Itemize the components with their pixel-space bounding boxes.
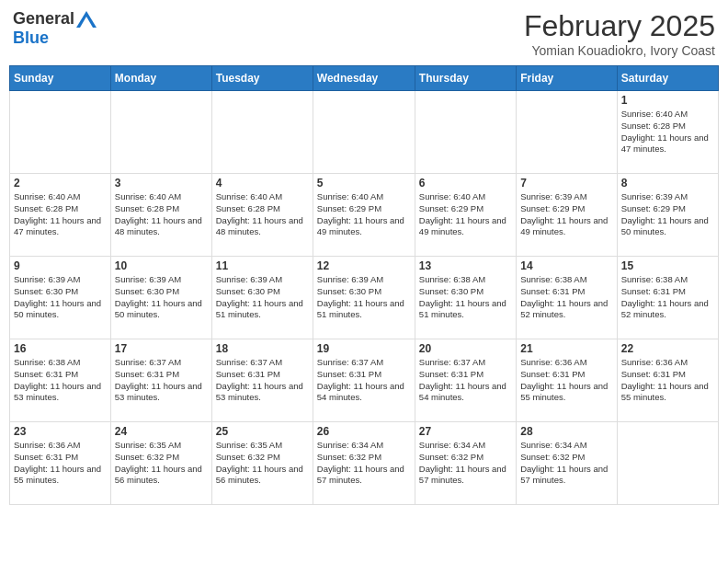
day-info: Sunrise: 6:39 AM Sunset: 6:30 PM Dayligh… bbox=[216, 274, 309, 321]
day-info: Sunrise: 6:37 AM Sunset: 6:31 PM Dayligh… bbox=[115, 357, 208, 404]
day-cell: 6Sunrise: 6:40 AM Sunset: 6:29 PM Daylig… bbox=[415, 174, 516, 257]
day-cell: 4Sunrise: 6:40 AM Sunset: 6:28 PM Daylig… bbox=[211, 174, 313, 257]
weekday-header-wednesday: Wednesday bbox=[313, 66, 415, 91]
weekday-header-friday: Friday bbox=[517, 66, 617, 91]
day-info: Sunrise: 6:38 AM Sunset: 6:31 PM Dayligh… bbox=[621, 274, 714, 321]
logo: General Blue bbox=[13, 9, 97, 48]
weekday-header-saturday: Saturday bbox=[617, 66, 718, 91]
week-row-2: 2Sunrise: 6:40 AM Sunset: 6:28 PM Daylig… bbox=[10, 174, 719, 257]
logo-general-text: General bbox=[13, 9, 74, 29]
day-number: 23 bbox=[14, 425, 107, 438]
day-number: 4 bbox=[216, 177, 309, 190]
day-info: Sunrise: 6:35 AM Sunset: 6:32 PM Dayligh… bbox=[115, 440, 208, 487]
day-info: Sunrise: 6:40 AM Sunset: 6:28 PM Dayligh… bbox=[216, 191, 309, 238]
day-info: Sunrise: 6:40 AM Sunset: 6:28 PM Dayligh… bbox=[621, 109, 714, 155]
logo-icon bbox=[76, 11, 97, 28]
day-info: Sunrise: 6:37 AM Sunset: 6:31 PM Dayligh… bbox=[216, 357, 309, 404]
day-cell: 15Sunrise: 6:38 AM Sunset: 6:31 PM Dayli… bbox=[617, 257, 718, 339]
day-number: 24 bbox=[115, 425, 208, 438]
day-number: 1 bbox=[621, 94, 714, 107]
day-cell bbox=[313, 91, 415, 174]
day-info: Sunrise: 6:39 AM Sunset: 6:30 PM Dayligh… bbox=[14, 274, 107, 321]
day-number: 3 bbox=[115, 177, 208, 190]
day-cell: 8Sunrise: 6:39 AM Sunset: 6:29 PM Daylig… bbox=[617, 174, 718, 257]
day-cell: 21Sunrise: 6:36 AM Sunset: 6:31 PM Dayli… bbox=[517, 339, 617, 422]
day-info: Sunrise: 6:34 AM Sunset: 6:32 PM Dayligh… bbox=[520, 440, 612, 487]
day-cell bbox=[617, 422, 718, 505]
day-cell: 14Sunrise: 6:38 AM Sunset: 6:31 PM Dayli… bbox=[517, 257, 617, 339]
day-info: Sunrise: 6:38 AM Sunset: 6:31 PM Dayligh… bbox=[520, 274, 612, 321]
week-row-1: 1Sunrise: 6:40 AM Sunset: 6:28 PM Daylig… bbox=[10, 91, 719, 174]
day-cell bbox=[211, 91, 313, 174]
day-info: Sunrise: 6:40 AM Sunset: 6:29 PM Dayligh… bbox=[317, 191, 411, 238]
calendar-table: SundayMondayTuesdayWednesdayThursdayFrid… bbox=[9, 65, 719, 505]
day-cell: 17Sunrise: 6:37 AM Sunset: 6:31 PM Dayli… bbox=[110, 339, 211, 422]
day-number: 16 bbox=[14, 342, 107, 355]
day-number: 21 bbox=[520, 342, 612, 355]
day-cell bbox=[10, 91, 111, 174]
page-header: General Blue February 2025 Yomian Kouadi… bbox=[9, 9, 719, 58]
day-info: Sunrise: 6:34 AM Sunset: 6:32 PM Dayligh… bbox=[419, 440, 512, 487]
day-number: 20 bbox=[419, 342, 512, 355]
weekday-header-tuesday: Tuesday bbox=[211, 66, 313, 91]
day-info: Sunrise: 6:39 AM Sunset: 6:30 PM Dayligh… bbox=[115, 274, 208, 321]
day-cell: 27Sunrise: 6:34 AM Sunset: 6:32 PM Dayli… bbox=[415, 422, 516, 505]
title-block: February 2025 Yomian Kouadiokro, Ivory C… bbox=[524, 9, 715, 58]
day-number: 26 bbox=[317, 425, 411, 438]
location: Yomian Kouadiokro, Ivory Coast bbox=[524, 43, 715, 58]
weekday-header-monday: Monday bbox=[110, 66, 211, 91]
day-number: 10 bbox=[115, 259, 208, 272]
day-cell: 18Sunrise: 6:37 AM Sunset: 6:31 PM Dayli… bbox=[211, 339, 313, 422]
day-cell: 28Sunrise: 6:34 AM Sunset: 6:32 PM Dayli… bbox=[517, 422, 617, 505]
day-number: 15 bbox=[621, 259, 714, 272]
day-cell bbox=[517, 91, 617, 174]
week-row-4: 16Sunrise: 6:38 AM Sunset: 6:31 PM Dayli… bbox=[10, 339, 719, 422]
day-info: Sunrise: 6:37 AM Sunset: 6:31 PM Dayligh… bbox=[419, 357, 512, 404]
weekday-header-thursday: Thursday bbox=[415, 66, 516, 91]
day-info: Sunrise: 6:40 AM Sunset: 6:28 PM Dayligh… bbox=[14, 191, 107, 238]
day-number: 5 bbox=[317, 177, 411, 190]
weekday-header-row: SundayMondayTuesdayWednesdayThursdayFrid… bbox=[10, 66, 719, 91]
day-info: Sunrise: 6:38 AM Sunset: 6:31 PM Dayligh… bbox=[14, 357, 107, 404]
day-cell: 24Sunrise: 6:35 AM Sunset: 6:32 PM Dayli… bbox=[110, 422, 211, 505]
day-number: 22 bbox=[621, 342, 714, 355]
day-number: 18 bbox=[216, 342, 309, 355]
day-info: Sunrise: 6:37 AM Sunset: 6:31 PM Dayligh… bbox=[317, 357, 411, 404]
day-number: 8 bbox=[621, 177, 714, 190]
day-info: Sunrise: 6:36 AM Sunset: 6:31 PM Dayligh… bbox=[621, 357, 714, 404]
day-number: 6 bbox=[419, 177, 512, 190]
day-info: Sunrise: 6:36 AM Sunset: 6:31 PM Dayligh… bbox=[14, 440, 107, 487]
day-number: 13 bbox=[419, 259, 512, 272]
day-info: Sunrise: 6:36 AM Sunset: 6:31 PM Dayligh… bbox=[520, 357, 612, 404]
day-cell: 11Sunrise: 6:39 AM Sunset: 6:30 PM Dayli… bbox=[211, 257, 313, 339]
day-info: Sunrise: 6:34 AM Sunset: 6:32 PM Dayligh… bbox=[317, 440, 411, 487]
day-cell: 16Sunrise: 6:38 AM Sunset: 6:31 PM Dayli… bbox=[10, 339, 111, 422]
month-year: February 2025 bbox=[524, 9, 715, 43]
day-info: Sunrise: 6:39 AM Sunset: 6:30 PM Dayligh… bbox=[317, 274, 411, 321]
day-cell bbox=[415, 91, 516, 174]
day-info: Sunrise: 6:39 AM Sunset: 6:29 PM Dayligh… bbox=[621, 191, 714, 238]
day-number: 17 bbox=[115, 342, 208, 355]
week-row-5: 23Sunrise: 6:36 AM Sunset: 6:31 PM Dayli… bbox=[10, 422, 719, 505]
day-cell: 19Sunrise: 6:37 AM Sunset: 6:31 PM Dayli… bbox=[313, 339, 415, 422]
day-info: Sunrise: 6:35 AM Sunset: 6:32 PM Dayligh… bbox=[216, 440, 309, 487]
day-number: 27 bbox=[419, 425, 512, 438]
day-cell: 7Sunrise: 6:39 AM Sunset: 6:29 PM Daylig… bbox=[517, 174, 617, 257]
logo-blue-text: Blue bbox=[13, 29, 49, 48]
day-number: 14 bbox=[520, 259, 612, 272]
day-cell: 10Sunrise: 6:39 AM Sunset: 6:30 PM Dayli… bbox=[110, 257, 211, 339]
day-info: Sunrise: 6:40 AM Sunset: 6:29 PM Dayligh… bbox=[419, 191, 512, 238]
day-cell: 1Sunrise: 6:40 AM Sunset: 6:28 PM Daylig… bbox=[617, 91, 718, 174]
day-number: 28 bbox=[520, 425, 612, 438]
day-number: 7 bbox=[520, 177, 612, 190]
day-number: 11 bbox=[216, 259, 309, 272]
day-cell: 22Sunrise: 6:36 AM Sunset: 6:31 PM Dayli… bbox=[617, 339, 718, 422]
day-cell: 25Sunrise: 6:35 AM Sunset: 6:32 PM Dayli… bbox=[211, 422, 313, 505]
day-cell: 9Sunrise: 6:39 AM Sunset: 6:30 PM Daylig… bbox=[10, 257, 111, 339]
day-cell: 23Sunrise: 6:36 AM Sunset: 6:31 PM Dayli… bbox=[10, 422, 111, 505]
week-row-3: 9Sunrise: 6:39 AM Sunset: 6:30 PM Daylig… bbox=[10, 257, 719, 339]
day-cell: 13Sunrise: 6:38 AM Sunset: 6:30 PM Dayli… bbox=[415, 257, 516, 339]
day-cell: 2Sunrise: 6:40 AM Sunset: 6:28 PM Daylig… bbox=[10, 174, 111, 257]
day-cell: 12Sunrise: 6:39 AM Sunset: 6:30 PM Dayli… bbox=[313, 257, 415, 339]
day-number: 12 bbox=[317, 259, 411, 272]
